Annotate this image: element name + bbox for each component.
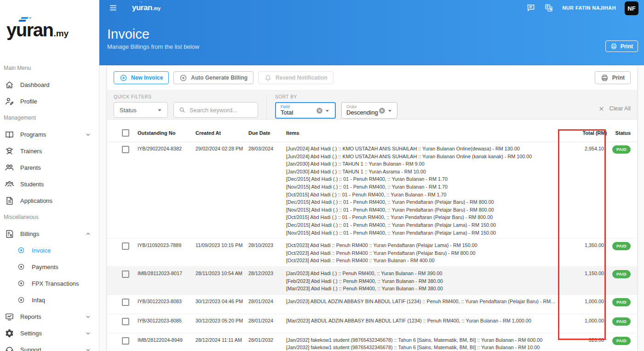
invoice-item-line: [Dec/2015] Abd Hadi (.) :: 01 - Penuh RM…: [286, 221, 557, 229]
sort-order-select[interactable]: Order Descending: [341, 102, 397, 119]
book-icon: [5, 130, 14, 139]
status-badge: PAID: [612, 317, 631, 326]
person-edit-icon: [5, 97, 14, 106]
page-header: yuran.my NUR FATIN NAJIHAH NF Invoice Ma…: [99, 0, 644, 65]
row-checkbox[interactable]: [122, 337, 129, 345]
printer-icon: [610, 43, 617, 50]
cell-due-date: 28/01/2032: [248, 336, 286, 351]
topbar: yuran.my NUR FATIN NAJIHAH NF: [99, 0, 644, 14]
sidebar-item[interactable]: Settings: [0, 325, 99, 341]
translate-icon[interactable]: [544, 3, 553, 12]
sidebar-subitem[interactable]: Payments: [0, 259, 99, 275]
sidebar-item[interactable]: Support: [0, 341, 99, 351]
header-print-button[interactable]: Print: [605, 40, 638, 52]
sidebar-subitem[interactable]: Infaq: [0, 292, 99, 308]
menu-icon[interactable]: [109, 3, 118, 12]
col-total: Total (RM): [560, 130, 607, 136]
cell-outstanding-no: IMB/28122024-8949: [138, 336, 196, 351]
search-box[interactable]: [173, 102, 258, 118]
cell-created-at: 28/12/2024 11:11 AM: [196, 336, 248, 351]
radio-icon: [17, 279, 25, 288]
sidebar-item[interactable]: Applications: [0, 192, 99, 209]
chevron-down-icon: [85, 131, 92, 138]
table-header: Outstanding No Created At Due Date Items…: [107, 120, 637, 142]
toolbar-print-button[interactable]: Print: [595, 71, 631, 84]
people-icon: [5, 163, 14, 173]
sidebar-subitem-label: FPX Transactions: [32, 280, 79, 287]
cell-status: PAID: [604, 316, 631, 331]
report-icon: [5, 312, 14, 322]
search-input[interactable]: [190, 107, 249, 114]
sidebar-subitem[interactable]: FPX Transactions: [0, 275, 99, 292]
billing-icon: [5, 229, 14, 239]
select-all-checkbox[interactable]: [122, 129, 129, 137]
cell-total: 2,954.10: [557, 144, 604, 236]
cell-created-at: 30/12/2023 05:20 PM: [196, 316, 248, 331]
page-subtitle: Manage Billings from the list below: [107, 43, 199, 50]
sidebar-subitem-label: Payments: [32, 264, 58, 270]
table-body: IYB/29022024-8382 29/02/2024 02:28 PM 28…: [107, 142, 637, 351]
row-checkbox[interactable]: [122, 242, 129, 250]
status-filter-select[interactable]: Status: [114, 102, 168, 118]
cell-due-date: 28/10/2023: [248, 241, 286, 264]
sidebar-item-label: Support: [20, 346, 41, 351]
clear-all-button[interactable]: Clear All: [598, 105, 631, 112]
dropdown-arrow-icon: [386, 107, 394, 115]
filters-bar: QUICK FILTERS Status SORT BY Field: [107, 90, 637, 120]
sidebar-item[interactable]: Parents: [0, 159, 99, 176]
col-created-at: Created At: [196, 130, 248, 136]
avatar[interactable]: NF: [625, 1, 638, 15]
row-checkbox[interactable]: [122, 318, 129, 325]
cell-items: [Mar/2023] ABDUL ADZIN ABBASY BIN ABDUL …: [286, 316, 557, 331]
cell-total: 1,000.00: [557, 316, 604, 331]
sidebar-item[interactable]: Dashboard: [0, 76, 99, 93]
auto-generate-billing-button[interactable]: Auto Generate Billing: [173, 71, 253, 84]
toolbar: New Invoice Auto Generate Billing Resend…: [107, 65, 637, 90]
cell-total: 1,000.00: [557, 297, 604, 311]
sidebar-subitem[interactable]: Invoice: [0, 242, 99, 259]
status-badge: PAID: [612, 298, 631, 306]
sidebar-item[interactable]: Profile: [0, 93, 99, 109]
clear-order-icon[interactable]: [378, 107, 386, 115]
cell-outstanding-no: IYB/29022024-8382: [138, 144, 196, 236]
headset-icon: [5, 345, 14, 351]
radio-icon: [17, 246, 25, 254]
topbar-brand-flag-icon: [137, 1, 143, 4]
bell-icon: [264, 74, 272, 82]
sidebar-item[interactable]: Trainers: [0, 143, 99, 159]
invoice-item-line: [Dec/2015] Abd Hadi (.) :: 01 - Penuh RM…: [286, 175, 557, 183]
sort-field-select[interactable]: Field Total: [275, 102, 336, 119]
dropdown-arrow-icon: [155, 106, 164, 114]
sidebar-item[interactable]: Reports: [0, 308, 99, 325]
chevron-up-icon: [85, 230, 92, 237]
row-checkbox[interactable]: [122, 299, 129, 306]
sidebar-item[interactable]: Billings: [0, 225, 99, 242]
sidebar-section-label: Management: [0, 109, 99, 126]
clear-field-icon[interactable]: [316, 107, 323, 115]
user-name[interactable]: NUR FATIN NAJIHAH: [562, 5, 616, 11]
chat-icon[interactable]: [526, 3, 535, 12]
plus-circle-icon: [120, 74, 127, 82]
invoice-item-line: [Oct/2015] Abd Hadi (.) :: 01 - Penuh RM…: [286, 190, 557, 198]
brand-logo[interactable]: yuran.my: [6, 20, 69, 40]
sidebar-item-label: Settings: [20, 330, 42, 337]
invoice-item-line: [Jun/2024] Abd Hadi (.) :: KMO USTAZAH A…: [286, 152, 557, 160]
topbar-brand-logo[interactable]: yuran.my: [132, 3, 161, 12]
row-checkbox[interactable]: [122, 270, 129, 278]
sidebar-item[interactable]: Students: [0, 176, 99, 192]
invoice-item-line: [Jan/2030] Abd Hadi (.) :: TAHUN 1 :: Yu…: [286, 160, 557, 167]
sidebar-item[interactable]: Programs: [0, 126, 99, 143]
row-checkbox[interactable]: [122, 146, 129, 153]
sidebar-item-label: Profile: [20, 98, 37, 105]
document-icon: [5, 196, 14, 206]
cell-items: [Jan/2023] Abd Hadi (.) :: Penuh RM400, …: [286, 269, 557, 292]
sort-by-label: SORT BY: [275, 94, 397, 99]
resend-notification-button[interactable]: Resend Notification: [258, 71, 334, 84]
cell-due-date: 28/03/2024: [248, 144, 286, 236]
radio-icon: [17, 263, 25, 271]
cell-total: 1,150.00: [557, 269, 604, 292]
sidebar: yuran.my Main Menu Dashboard Profile: [0, 0, 99, 351]
cell-created-at: 11/09/2023 10:15 PM: [196, 241, 248, 264]
chevron-down-icon: [85, 313, 92, 320]
new-invoice-button[interactable]: New Invoice: [114, 71, 169, 84]
